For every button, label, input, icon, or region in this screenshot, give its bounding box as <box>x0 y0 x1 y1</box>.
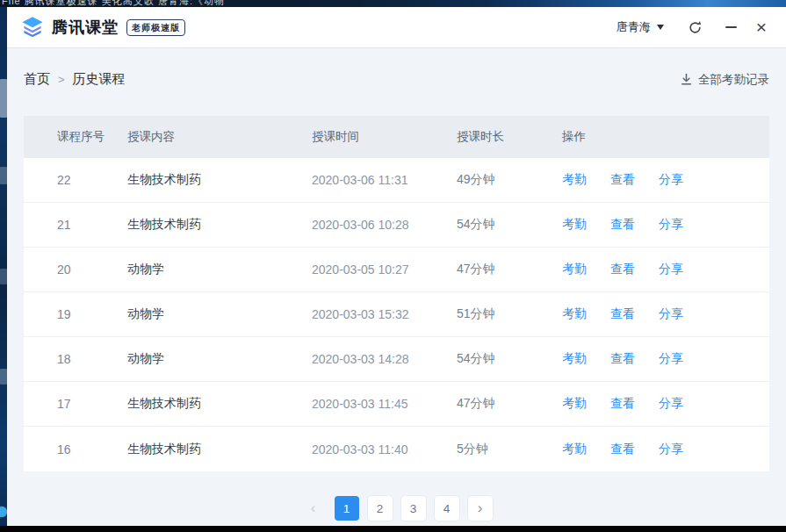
app-name: 腾讯课堂 <box>52 17 119 38</box>
cell-course-duration: 54分钟 <box>457 217 562 233</box>
col-header-content: 授课内容 <box>127 129 312 145</box>
share-link[interactable]: 分享 <box>659 396 683 412</box>
cell-course-duration: 49分钟 <box>457 172 562 188</box>
table-row: 17 生物技术制药 2020-03-03 11:45 47分钟 考勤 查看 分享 <box>24 382 769 427</box>
cell-course-content: 动物学 <box>127 306 312 322</box>
breadcrumb: 首页 > 历史课程 <box>24 71 126 88</box>
cell-course-duration: 5分钟 <box>457 442 562 457</box>
export-attendance-label: 全部考勤记录 <box>698 72 769 88</box>
attendance-link[interactable]: 考勤 <box>562 396 587 412</box>
cell-actions: 考勤 查看 分享 <box>562 217 769 233</box>
background-fragment <box>0 507 7 517</box>
edition-badge: 老师极速版 <box>126 19 185 36</box>
cell-course-seq: 17 <box>57 397 127 411</box>
app-titlebar: 腾讯课堂 老师极速版 唐青海 × <box>7 7 786 48</box>
pagination-page-button[interactable]: 2 <box>368 496 393 521</box>
view-link[interactable]: 查看 <box>610 262 635 277</box>
cell-course-time: 2020-03-03 14:28 <box>312 352 457 366</box>
cell-actions: 考勤 查看 分享 <box>562 442 769 457</box>
cell-course-seq: 19 <box>57 307 127 321</box>
cell-course-time: 2020-03-03 11:45 <box>312 397 457 411</box>
pagination-next-button[interactable]: › <box>468 496 493 521</box>
cell-course-time: 2020-03-03 11:40 <box>312 442 457 457</box>
pagination: ‹ 1 2 3 4 › <box>24 496 769 521</box>
cell-actions: 考勤 查看 分享 <box>562 396 769 412</box>
view-link[interactable]: 查看 <box>610 442 635 457</box>
minimize-icon <box>725 26 737 28</box>
table-header-row: 课程序号 授课内容 授课时间 授课时长 操作 <box>24 116 769 158</box>
col-header-time: 授课时间 <box>312 129 457 145</box>
refresh-icon <box>688 20 703 35</box>
attendance-link[interactable]: 考勤 <box>562 262 587 277</box>
main-content: 首页 > 历史课程 全部考勤记录 课程序号 授课内容 授课时间 授课时长 操作 <box>7 48 786 526</box>
cell-actions: 考勤 查看 分享 <box>562 172 769 188</box>
table-row: 18 动物学 2020-03-03 14:28 54分钟 考勤 查看 分享 <box>24 337 769 382</box>
cell-course-seq: 22 <box>57 173 127 187</box>
chevron-down-icon <box>657 25 664 30</box>
cell-course-duration: 47分钟 <box>457 396 562 412</box>
cell-course-seq: 20 <box>57 262 127 277</box>
cell-course-content: 生物技术制药 <box>127 172 312 188</box>
cell-course-content: 生物技术制药 <box>127 442 312 457</box>
background-window-title: File 腾讯课堂极速课 美化高义歌 唐青海:《动物 <box>2 0 786 7</box>
share-link[interactable]: 分享 <box>659 306 683 322</box>
cell-actions: 考勤 查看 分享 <box>562 306 769 322</box>
cell-course-time: 2020-03-06 10:28 <box>312 218 457 232</box>
cell-course-content: 动物学 <box>127 262 312 277</box>
table-row: 22 生物技术制药 2020-03-06 11:31 49分钟 考勤 查看 分享 <box>24 158 769 203</box>
pagination-page-button[interactable]: 4 <box>435 496 459 521</box>
background-window-left-strip <box>0 7 7 526</box>
share-link[interactable]: 分享 <box>659 351 683 367</box>
cell-course-content: 生物技术制药 <box>127 217 312 233</box>
pagination-pages: 1 2 3 4 <box>330 496 464 521</box>
user-menu[interactable]: 唐青海 <box>617 19 664 35</box>
username: 唐青海 <box>617 19 651 35</box>
cell-course-duration: 47分钟 <box>457 262 562 277</box>
attendance-link[interactable]: 考勤 <box>562 442 587 457</box>
page-head: 首页 > 历史课程 全部考勤记录 <box>24 71 769 88</box>
share-link[interactable]: 分享 <box>659 442 683 457</box>
col-header-duration: 授课时长 <box>457 129 562 145</box>
col-header-actions: 操作 <box>562 129 769 145</box>
cell-course-time: 2020-03-06 11:31 <box>312 173 457 187</box>
background-fragment <box>0 167 7 184</box>
app-window: 腾讯课堂 老师极速版 唐青海 × 首页 > 历史课程 <box>7 7 786 526</box>
attendance-link[interactable]: 考勤 <box>562 172 587 188</box>
attendance-link[interactable]: 考勤 <box>562 217 587 233</box>
background-fragment <box>0 269 7 284</box>
close-button[interactable]: × <box>756 20 767 34</box>
cell-course-seq: 21 <box>57 218 127 232</box>
table-row: 19 动物学 2020-03-03 15:32 51分钟 考勤 查看 分享 <box>24 292 769 337</box>
table-row: 16 生物技术制药 2020-03-03 11:40 5分钟 考勤 查看 分享 <box>24 427 769 471</box>
col-header-seq: 课程序号 <box>57 129 127 145</box>
attendance-link[interactable]: 考勤 <box>562 351 587 367</box>
export-attendance-button[interactable]: 全部考勤记录 <box>680 72 769 88</box>
minimize-button[interactable] <box>725 20 739 34</box>
view-link[interactable]: 查看 <box>610 172 635 188</box>
table-row: 20 动物学 2020-03-05 10:27 47分钟 考勤 查看 分享 <box>24 248 769 292</box>
view-link[interactable]: 查看 <box>610 217 635 233</box>
cell-course-duration: 54分钟 <box>457 351 562 367</box>
pagination-page-button[interactable]: 1 <box>335 496 359 521</box>
refresh-button[interactable] <box>688 20 703 35</box>
view-link[interactable]: 查看 <box>610 396 635 412</box>
close-icon: × <box>756 20 767 34</box>
cell-course-seq: 18 <box>57 352 127 366</box>
pagination-prev-button[interactable]: ‹ <box>301 496 326 521</box>
table-row: 21 生物技术制药 2020-03-06 10:28 54分钟 考勤 查看 分享 <box>24 203 769 248</box>
share-link[interactable]: 分享 <box>659 217 683 233</box>
cell-actions: 考勤 查看 分享 <box>562 262 769 277</box>
share-link[interactable]: 分享 <box>659 262 683 277</box>
tencent-classroom-logo-icon <box>19 14 46 40</box>
cell-course-time: 2020-03-05 10:27 <box>312 262 457 277</box>
view-link[interactable]: 查看 <box>610 306 635 322</box>
breadcrumb-current: 历史课程 <box>73 71 126 88</box>
breadcrumb-home[interactable]: 首页 <box>24 71 50 88</box>
view-link[interactable]: 查看 <box>610 351 635 367</box>
cell-course-time: 2020-03-03 15:32 <box>312 307 457 321</box>
pagination-page-button[interactable]: 3 <box>401 496 426 521</box>
attendance-link[interactable]: 考勤 <box>562 306 587 322</box>
background-window-titlebar: File 腾讯课堂极速课 美化高义歌 唐青海:《动物 <box>0 0 786 7</box>
cell-course-duration: 51分钟 <box>457 306 562 322</box>
share-link[interactable]: 分享 <box>659 172 683 188</box>
